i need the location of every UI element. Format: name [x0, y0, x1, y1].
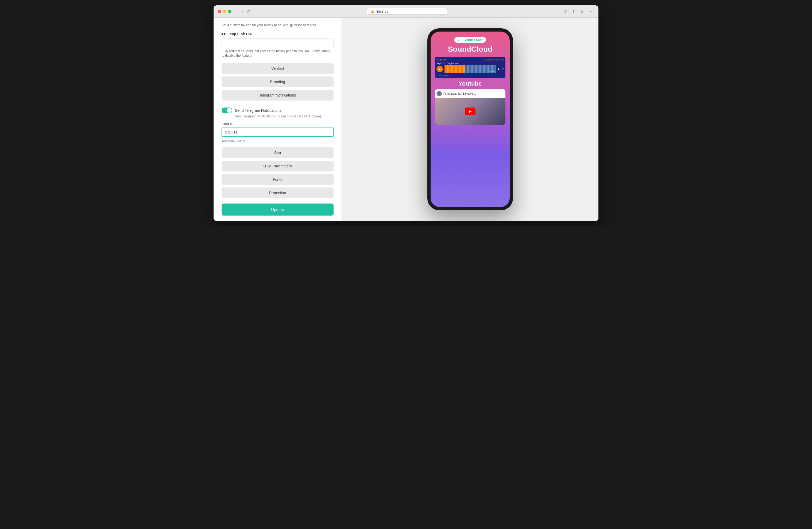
phone-frame: ✓ ✓ Verified User SoundCloud mjapple5	[427, 28, 513, 210]
sc-user: mjapple5	[436, 58, 446, 61]
maximize-button[interactable]	[228, 10, 231, 13]
yt-thumbnail[interactable]: ▶	[435, 98, 505, 125]
chat-id-label: Chat ID	[221, 122, 334, 126]
duplicate-button[interactable]: ⧉	[579, 9, 585, 14]
update-button[interactable]: Update	[221, 203, 334, 216]
leap-link-section: Leap Link URL Fully redirect all users t…	[221, 32, 334, 58]
lock-icon: 🔒	[371, 9, 375, 13]
soundcloud-title: SoundCloud	[435, 45, 505, 54]
phone-content: ✓ ✓ Verified User SoundCloud mjapple5	[431, 31, 510, 207]
verified-pill: ✓ ✓ Verified User	[454, 37, 485, 43]
protection-collapse-btn[interactable]: Protection	[221, 187, 334, 198]
verified-check-icon: ✓	[458, 38, 460, 42]
close-button[interactable]	[218, 10, 221, 13]
telegram-toggle[interactable]	[221, 108, 232, 113]
forward-button[interactable]: ›	[240, 9, 245, 14]
browser-content: Set a custom favicon for your biolink pa…	[214, 18, 598, 221]
leap-link-label: Leap Link URL	[221, 32, 334, 36]
leap-link-label-text: Leap Link URL	[228, 32, 253, 36]
yt-avatar: 👤	[436, 91, 442, 96]
telegram-toggle-hint: Send Telegram Notifications in case of c…	[235, 114, 334, 118]
browser-window: ‹ › ⊡ 🔒 link3.by ↺ ⬆ ⧉ ＋ Set a custom fa…	[214, 5, 598, 221]
preview-panel: ✓ ✓ Verified User SoundCloud mjapple5	[342, 18, 598, 221]
sc-download-icon[interactable]: ⬇	[497, 67, 500, 71]
share-button[interactable]: ⬆	[571, 9, 577, 14]
new-tab-button[interactable]: ＋	[587, 9, 594, 14]
minimize-button[interactable]	[223, 10, 227, 13]
browser-titlebar: ‹ › ⊡ 🔒 link3.by ↺ ⬆ ⧉ ＋	[214, 5, 598, 18]
verified-collapse-btn[interactable]: Verified	[221, 63, 334, 74]
sc-brand: ☁ SOUNDCLOUD	[483, 58, 504, 61]
soundcloud-icon: ☁	[483, 58, 486, 61]
sc-time: 13:32	[490, 70, 495, 73]
sc-actions: ⬇ ↗	[497, 67, 504, 71]
yt-play-button[interactable]: ▶	[465, 108, 476, 115]
telegram-collapse-btn[interactable]: Telegram Notifications	[221, 90, 334, 101]
browser-actions: ↺ ⬆ ⧉ ＋	[562, 9, 594, 14]
soundcloud-card[interactable]: mjapple5 ☁ SOUNDCLOUD Sept2011Daghoona..…	[435, 57, 505, 78]
verified-text: ✓ Verified User	[461, 38, 482, 42]
telegram-toggle-row: Send Telegram Notifications	[221, 108, 334, 113]
settings-panel: Set a custom favicon for your biolink pa…	[214, 18, 342, 221]
telegram-toggle-label: Send Telegram Notifications	[235, 108, 281, 113]
yt-header: 👤 Fundraiser: Jan Blomqvis... ⋮	[435, 89, 505, 98]
branding-collapse-btn[interactable]: Branding	[221, 76, 334, 87]
seo-collapse-btn[interactable]: Seo	[221, 147, 334, 158]
sc-play-button[interactable]: ▶	[436, 66, 443, 72]
chat-id-input[interactable]	[221, 128, 334, 137]
youtube-card[interactable]: 👤 Fundraiser: Jan Blomqvis... ⋮ ▶	[435, 89, 505, 125]
sc-share-icon[interactable]: ↗	[501, 67, 504, 71]
nav-buttons: ‹ › ⊡	[235, 9, 252, 14]
fonts-collapse-btn[interactable]: Fonts	[221, 174, 334, 185]
traffic-lights	[218, 10, 231, 13]
favicon-description: Set a custom favicon for your biolink pa…	[221, 23, 334, 28]
youtube-title: Youtube	[435, 80, 505, 87]
sc-controls: ▶ 13:32 ⬇ ↗	[436, 65, 504, 73]
sc-header: mjapple5 ☁ SOUNDCLOUD	[436, 58, 504, 61]
address-bar: 🔒 link3.by	[255, 8, 559, 15]
sc-footer: Privacy policy	[436, 74, 504, 76]
telegram-toggle-section: Send Telegram Notifications Send Telegra…	[221, 108, 334, 143]
reload-button[interactable]: ↺	[562, 9, 568, 14]
sc-brand-text: SOUNDCLOUD	[487, 58, 504, 61]
url-text: link3.by	[376, 9, 388, 13]
utm-collapse-btn[interactable]: UTM Parameters	[221, 161, 334, 171]
back-button[interactable]: ‹	[235, 9, 239, 14]
sidebar-toggle-button[interactable]: ⊡	[246, 9, 252, 14]
soundcloud-inner: mjapple5 ☁ SOUNDCLOUD Sept2011Daghoona..…	[435, 57, 505, 78]
verified-badge-container: ✓ ✓ Verified User	[435, 37, 505, 43]
toggle-slider	[221, 108, 232, 113]
sc-track: Sept2011Daghoona...	[436, 62, 504, 65]
phone-screen: ✓ ✓ Verified User SoundCloud mjapple5	[431, 31, 510, 207]
leap-link-input[interactable]	[221, 38, 334, 47]
chat-id-hint: Telegram Chat ID	[221, 139, 334, 143]
chat-id-field: Chat ID Telegram Chat ID	[221, 122, 334, 143]
url-display: 🔒 link3.by	[367, 8, 447, 15]
sc-waveform: 13:32	[445, 65, 496, 73]
yt-video-title: Fundraiser: Jan Blomqvis...	[444, 92, 498, 95]
yt-menu-icon[interactable]: ⋮	[500, 91, 504, 96]
leap-link-description: Fully redirect all users that access the…	[221, 49, 334, 58]
